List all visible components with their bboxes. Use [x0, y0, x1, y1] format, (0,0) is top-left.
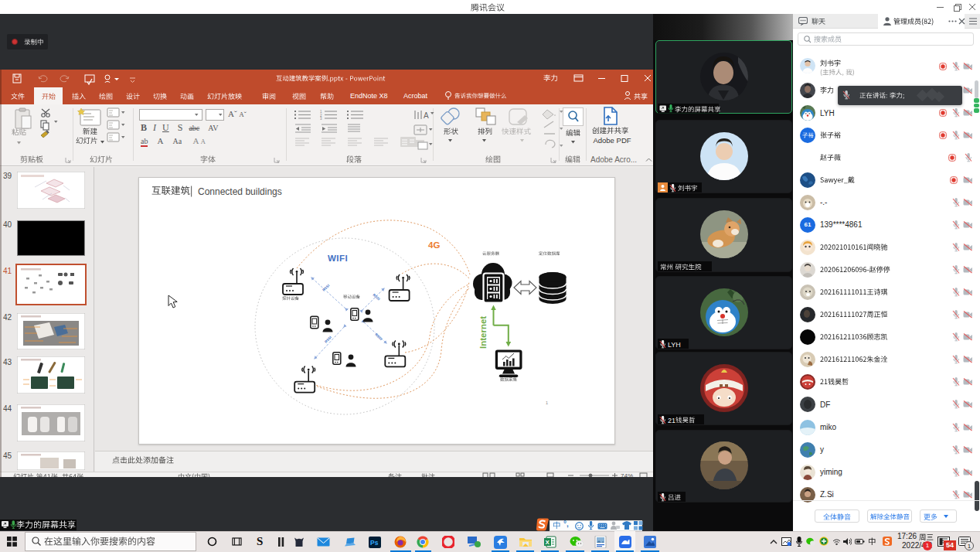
- svg-text:X: X: [546, 539, 550, 546]
- svg-text:3: 3: [320, 117, 322, 121]
- svg-text:74%: 74%: [621, 472, 633, 477]
- svg-text:RSSI: RSSI: [324, 336, 332, 344]
- svg-text:A: A: [424, 111, 429, 120]
- svg-text:1: 1: [546, 400, 548, 405]
- svg-text:RSSI: RSSI: [374, 332, 383, 341]
- svg-text:WIFI: WIFI: [328, 254, 348, 263]
- svg-text:Internet: Internet: [478, 316, 488, 349]
- svg-text:Ps: Ps: [370, 539, 379, 547]
- svg-text:RSSI: RSSI: [372, 293, 380, 302]
- svg-text:RSSI: RSSI: [322, 284, 330, 292]
- svg-text:4G: 4G: [428, 240, 440, 250]
